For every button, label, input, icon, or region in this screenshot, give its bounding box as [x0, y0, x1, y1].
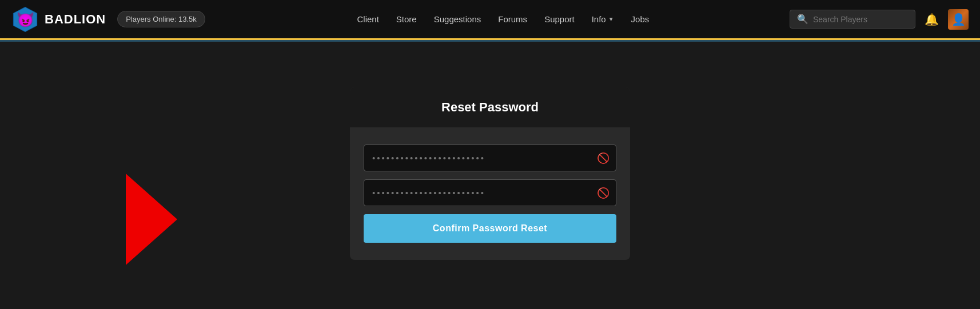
confirm-password-reset-button[interactable]: Confirm Password Reset	[364, 214, 616, 243]
nav-client[interactable]: Client	[357, 14, 379, 24]
svg-text:😈: 😈	[17, 10, 35, 28]
nav-jobs[interactable]: Jobs	[631, 14, 650, 24]
logo-text: BADLION	[45, 12, 106, 27]
avatar[interactable]: 👤	[948, 9, 969, 30]
search-icon: 🔍	[797, 14, 808, 25]
nav-forums[interactable]: Forums	[498, 14, 527, 24]
nav-support[interactable]: Support	[544, 14, 575, 24]
search-input[interactable]	[813, 15, 908, 24]
nav-right: 🔍 🔔 👤	[790, 9, 969, 30]
notification-bell-icon[interactable]: 🔔	[925, 13, 939, 26]
search-box[interactable]: 🔍	[790, 10, 915, 29]
nav-links: Client Store Suggestions Forums Support …	[222, 14, 784, 24]
logo-icon: 😈	[11, 6, 39, 33]
card-body: 🚫 🚫 Confirm Password Reset	[350, 145, 630, 243]
confirm-password-field-wrapper: 🚫	[364, 179, 616, 206]
navbar: 😈 BADLION Players Online: 13.5k Client S…	[0, 0, 980, 40]
reset-password-card: Reset Password 🚫 🚫 Confirm Password Rese…	[350, 87, 630, 260]
card-header: Reset Password	[350, 87, 630, 127]
players-online-badge: Players Online: 13.5k	[117, 11, 205, 27]
toggle-confirm-password-icon[interactable]: 🚫	[597, 187, 609, 199]
arrow-head	[126, 174, 177, 265]
confirm-password-input[interactable]	[364, 179, 616, 206]
password-field-wrapper: 🚫	[364, 145, 616, 171]
nav-store[interactable]: Store	[396, 14, 417, 24]
nav-info[interactable]: Info ▼	[592, 14, 614, 24]
card-title: Reset Password	[362, 100, 618, 115]
logo-area: 😈 BADLION	[11, 6, 106, 33]
info-chevron-icon: ▼	[608, 16, 614, 22]
toggle-password-icon[interactable]: 🚫	[597, 152, 609, 164]
main-content: Reset Password 🚫 🚫 Confirm Password Rese…	[0, 40, 980, 307]
password-input[interactable]	[364, 145, 616, 171]
nav-suggestions[interactable]: Suggestions	[434, 14, 481, 24]
